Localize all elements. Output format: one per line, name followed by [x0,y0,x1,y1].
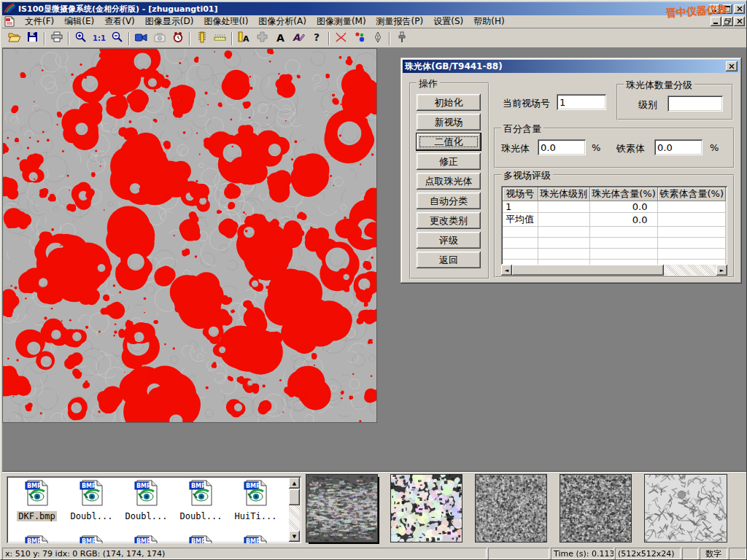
document-icon[interactable] [4,16,15,27]
menu-item-5[interactable]: 图像处理(I) [198,15,253,28]
table-row-5[interactable] [503,249,726,260]
file-scroll-thumb[interactable] [289,489,300,505]
op-button-4[interactable]: 修正 [417,153,481,170]
bmp-file-icon: BMP [25,534,50,543]
toolbar-color-dots-button[interactable] [350,31,368,47]
toolbar-pen-button[interactable] [368,31,387,47]
curve-icon [335,31,347,45]
op-button-2[interactable]: 新视场 [417,114,481,131]
thumbnail-1[interactable] [306,475,377,542]
menu-item-2[interactable]: 编辑(E) [59,15,99,28]
table-hscrollbar[interactable]: ◄ ► [501,265,727,276]
toolbar-save-button[interactable] [23,31,42,47]
thumbnail-5[interactable] [645,475,727,542]
toolbar-ruler-button[interactable] [211,31,229,47]
table-row-3[interactable] [503,227,726,238]
metallographic-image[interactable] [3,49,376,422]
toolbar-open-button[interactable] [5,31,23,47]
thumbnail-4[interactable] [560,475,631,542]
thumbnail-2[interactable] [391,475,462,542]
toolbar-video-camera-button[interactable] [132,31,150,47]
dialog-title-bar[interactable]: 珠光体(GB/T9441-88) [403,60,740,73]
current-field-input[interactable] [557,94,606,110]
maximize-button[interactable] [721,4,732,14]
op-button-6[interactable]: 自动分类 [417,192,481,209]
table-col-1[interactable]: 视场号 [503,187,538,201]
menu-item-6[interactable]: 图像分析(A) [253,15,311,28]
toolbar-move-cross-button[interactable] [253,31,271,47]
ferrite-percent-input[interactable] [654,139,703,155]
toolbar-print-button[interactable] [47,31,66,47]
toolbar-zoom-out-button[interactable] [108,31,126,47]
menu-item-8[interactable]: 测量报告(P) [371,15,429,28]
toolbar-caliper-button[interactable] [193,31,211,47]
table-row-4[interactable] [503,238,726,249]
file-item-1[interactable]: BMPDKF.bmp [9,479,64,521]
table-row-1[interactable]: 10.0 [503,201,726,213]
toolbar-help-button[interactable]: ? [308,31,326,47]
bmp-file-icon: BMP [189,534,214,543]
op-button-5[interactable]: 点取珠光体 [417,173,481,190]
menu-item-9[interactable]: 设置(S) [428,15,468,28]
scroll-thumb[interactable] [512,265,664,276]
table-row-6[interactable] [503,260,726,265]
table-cell [589,260,658,265]
menu-item-7[interactable]: 图像测量(M) [311,15,371,28]
toolbar-measure-text-button[interactable]: A [235,31,253,47]
scroll-right-button[interactable]: ► [716,265,727,276]
toolbar-clock-button[interactable] [169,31,187,47]
file-item-2[interactable]: BMPDoubl... [64,479,119,521]
svg-text:BMP: BMP [136,483,151,489]
file-item-partial-2[interactable]: BMP [64,534,119,543]
table-cell [538,227,589,238]
table-cell: 0.0 [589,213,658,227]
menu-item-4[interactable]: 图像显示(D) [140,15,199,28]
toolbar-text-button[interactable]: A [271,31,290,47]
scroll-down-button[interactable]: ▼ [289,531,300,542]
toolbar-zoom-in-button[interactable] [71,31,90,47]
file-list-vscrollbar[interactable]: ▲ ▼ [289,478,300,542]
svg-text:A: A [276,32,285,42]
table-row-2[interactable]: 平均值0.0 [503,213,726,227]
op-button-7[interactable]: 更改类别 [417,212,481,229]
close-button[interactable] [734,4,745,14]
menu-item-3[interactable]: 查看(V) [99,15,140,28]
minimize-button[interactable] [709,4,720,14]
toolbar-actual-size-button[interactable]: 1:1 [90,31,108,47]
op-button-3[interactable]: 二值化 [417,133,481,150]
file-item-5[interactable]: BMPHuiTi... [228,479,283,521]
toolbar-annotate-button[interactable]: A [290,31,308,47]
file-item-partial-5[interactable]: BMP [228,534,283,543]
file-item-3[interactable]: BMPDoubl... [119,479,174,521]
child-restore-button[interactable] [722,17,733,26]
file-item-partial-3[interactable]: BMP [119,534,174,543]
help-icon: ? [313,31,322,45]
dialog-close-button[interactable] [726,61,738,71]
file-item-4[interactable]: BMPDoubl... [174,479,228,521]
menu-item-10[interactable]: 帮助(H) [468,15,509,28]
table-col-4[interactable]: 铁素体含量(%) [658,187,726,201]
table-col-3[interactable]: 珠光体含量(%) [589,187,658,201]
scroll-left-button[interactable]: ◄ [501,265,512,276]
scroll-track[interactable] [512,265,716,276]
toolbar-brush-button[interactable] [392,31,411,47]
scroll-up-button[interactable]: ▲ [289,478,300,489]
table-col-2[interactable]: 珠光体级别 [538,187,589,201]
window-title: IS100显微摄像系统(金相分析版) - [zhuguangti01] [18,4,218,15]
child-close-button[interactable] [734,17,745,26]
toolbar-curve-button[interactable] [332,31,350,47]
toolbar-camera-button[interactable] [150,31,169,47]
open-icon [8,31,21,46]
title-bar: IS100显微摄像系统(金相分析版) - [zhuguangti01] [2,2,746,15]
op-button-8[interactable]: 评级 [417,232,481,249]
file-item-partial-1[interactable]: BMP [9,534,64,543]
file-item-partial-4[interactable]: BMP [174,534,228,543]
bmp-file-icon: BMP [80,534,104,543]
pearlite-percent-input[interactable] [538,139,586,155]
thumbnail-3[interactable] [476,475,546,542]
child-minimize-button[interactable] [711,17,721,26]
menu-item-1[interactable]: 文件(F) [20,15,59,28]
level-input[interactable] [667,96,723,112]
op-button-9[interactable]: 返回 [417,252,481,268]
op-button-1[interactable]: 初始化 [417,94,481,111]
